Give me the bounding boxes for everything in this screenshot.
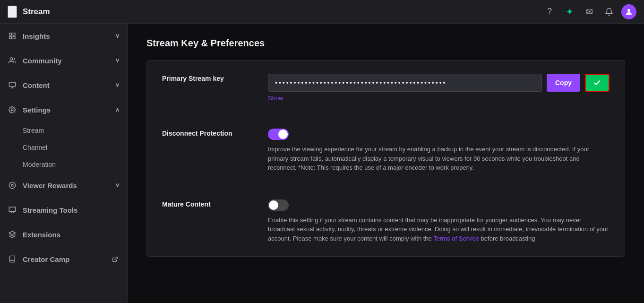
main-layout: Insights ∨ Community ∨ [0, 24, 644, 303]
streaming-tools-label: Streaming Tools [23, 206, 120, 214]
mail-icon[interactable]: ✉ [582, 4, 597, 19]
mature-content-row: Mature Content Enable this setting if yo… [162, 199, 610, 243]
notifications-icon[interactable] [601, 4, 617, 19]
mature-desc-after: before broadcasting [479, 235, 535, 242]
sidebar-item-streaming-tools[interactable]: Streaming Tools [0, 198, 127, 222]
sidebar-item-content[interactable]: Content ∨ [0, 73, 127, 97]
stream-key-section: Primary Stream key Copy Show [147, 61, 625, 115]
terms-of-service-link[interactable]: Terms of Service [433, 235, 479, 242]
disconnect-description: Improve the viewing experience for your … [268, 145, 610, 173]
external-link-icon [110, 256, 120, 262]
settings-icon [8, 106, 17, 113]
sidebar-item-extensions[interactable]: Extensions [0, 222, 127, 247]
disconnect-toggle[interactable] [268, 129, 289, 140]
sidebar-item-viewer-rewards[interactable]: Viewer Rewards ∨ [0, 173, 127, 198]
sidebar-item-channel[interactable]: Channel [0, 139, 127, 156]
settings-card: Primary Stream key Copy Show [146, 60, 625, 257]
sidebar-item-stream[interactable]: Stream [0, 122, 127, 139]
svg-rect-12 [9, 207, 15, 211]
show-link[interactable]: Show [268, 95, 283, 102]
svg-point-11 [11, 184, 13, 186]
content-area: Stream Key & Preferences Primary Stream … [128, 24, 644, 303]
topnav: ☰ Stream ? ✦ ✉ [0, 0, 644, 24]
extensions-icon [8, 231, 17, 238]
svg-point-9 [11, 109, 13, 111]
insights-icon [8, 32, 17, 40]
svg-rect-6 [9, 82, 15, 87]
mature-description: Enable this setting if your stream conta… [268, 216, 610, 243]
svg-rect-1 [9, 33, 12, 35]
disconnect-toggle-thumb [278, 130, 288, 139]
svg-rect-2 [13, 33, 15, 35]
disconnect-protection-section: Disconnect Protection Improve the viewin… [147, 115, 625, 186]
mature-content-content: Enable this setting if your stream conta… [268, 199, 610, 243]
svg-point-10 [9, 182, 15, 188]
menu-icon[interactable]: ☰ [8, 6, 17, 18]
sidebar-item-community[interactable]: Community ∨ [0, 48, 127, 73]
mature-toggle-track[interactable] [268, 199, 289, 211]
mature-content-label: Mature Content [162, 199, 257, 208]
svg-point-0 [627, 9, 630, 12]
insights-chevron: ∨ [115, 33, 120, 39]
copy-button[interactable]: Copy [547, 74, 580, 92]
viewer-rewards-icon [8, 182, 17, 189]
mature-toggle-row [268, 199, 610, 211]
community-icon [8, 57, 17, 64]
stream-key-input-row: Copy [268, 74, 610, 92]
extensions-label: Extensions [23, 231, 120, 239]
creator-camp-icon [8, 255, 17, 263]
app-title: Stream [23, 7, 50, 17]
help-icon[interactable]: ? [542, 4, 557, 19]
mature-toggle[interactable] [268, 199, 289, 211]
svg-rect-3 [13, 36, 15, 39]
insights-label: Insights [23, 32, 110, 40]
confirm-icon[interactable] [585, 74, 610, 92]
community-label: Community [23, 57, 110, 65]
viewer-rewards-chevron: ∨ [115, 182, 120, 189]
stream-key-content: Copy Show [268, 74, 610, 102]
svg-rect-4 [9, 36, 12, 39]
creator-camp-label: Creator Camp [23, 255, 104, 263]
sidebar: Insights ∨ Community ∨ [0, 24, 128, 303]
content-label: Content [23, 81, 110, 89]
sidebar-item-moderation[interactable]: Moderation [0, 156, 127, 173]
community-chevron: ∨ [115, 57, 120, 64]
disconnect-toggle-track[interactable] [268, 129, 289, 140]
topnav-icons: ? ✦ ✉ [542, 4, 636, 19]
viewer-rewards-label: Viewer Rewards [23, 182, 110, 190]
svg-marker-13 [9, 231, 15, 234]
streaming-tools-icon [8, 206, 17, 214]
avatar[interactable] [621, 4, 636, 19]
mature-content-section: Mature Content Enable this setting if yo… [147, 186, 625, 257]
sidebar-item-insights[interactable]: Insights ∨ [0, 24, 127, 48]
settings-chevron: ∧ [115, 106, 120, 113]
content-icon [8, 81, 17, 89]
disconnect-protection-row: Disconnect Protection Improve the viewin… [162, 129, 610, 173]
page-title: Stream Key & Preferences [146, 38, 625, 49]
sparkle-icon[interactable]: ✦ [562, 4, 577, 19]
stream-key-input[interactable] [268, 74, 542, 92]
mature-toggle-thumb [269, 200, 278, 210]
stream-key-label: Primary Stream key [162, 74, 257, 82]
settings-label: Settings [23, 106, 110, 114]
stream-key-row: Primary Stream key Copy Show [162, 74, 610, 102]
content-chevron: ∨ [115, 82, 120, 88]
disconnect-protection-content: Improve the viewing experience for your … [268, 129, 610, 173]
svg-line-14 [114, 257, 117, 260]
disconnect-toggle-row [268, 129, 610, 140]
sidebar-item-creator-camp[interactable]: Creator Camp [0, 247, 127, 271]
disconnect-protection-label: Disconnect Protection [162, 129, 257, 137]
svg-point-5 [10, 58, 12, 60]
sidebar-item-settings[interactable]: Settings ∧ [0, 97, 127, 122]
